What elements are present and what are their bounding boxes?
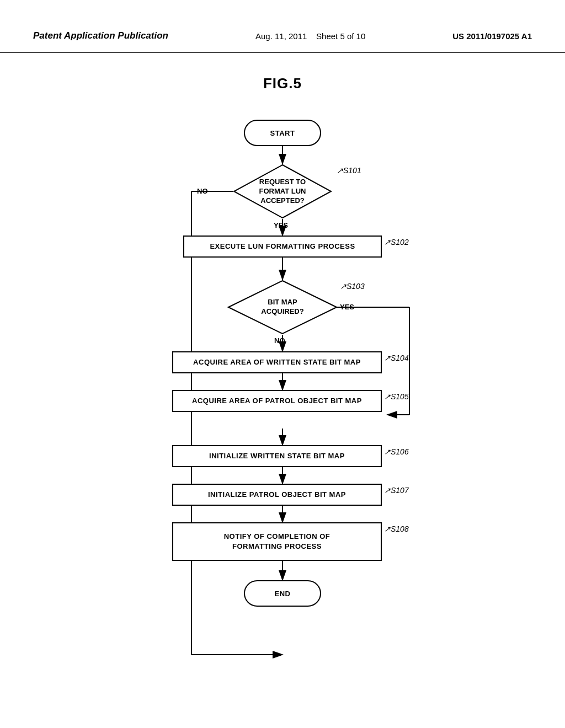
s102-node: EXECUTE LUN FORMATTING PROCESS (183, 235, 382, 258)
start-node: START (244, 120, 321, 146)
s103-step: ↗S103 (340, 282, 365, 291)
s104-step: ↗S104 (384, 354, 409, 362)
s103-diamond-shape (227, 280, 338, 335)
figure-title: FIG.5 (0, 75, 565, 92)
diagram: START REQUEST TOFORMAT LUNACCEPTED? ↗S10… (95, 109, 470, 688)
s104-node: ACQUIRE AREA OF WRITTEN STATE BIT MAP (172, 351, 382, 373)
header: Patent Application Publication Aug. 11, … (0, 0, 565, 53)
no-label-s101: NO (197, 187, 208, 195)
s108-step: ↗S108 (384, 524, 409, 533)
s106-node: INITIALIZE WRITTEN STATE BIT MAP (172, 445, 382, 467)
diagram-container: START REQUEST TOFORMAT LUNACCEPTED? ↗S10… (0, 109, 565, 688)
header-sheet: Sheet 5 of 10 (316, 31, 365, 41)
s103-diamond-wrapper: BIT MAPACQUIRED? (227, 280, 338, 335)
s101-diamond-shape (233, 164, 332, 219)
header-date-sheet: Aug. 11, 2011 Sheet 5 of 10 (255, 30, 365, 41)
s106-step: ↗S106 (384, 447, 409, 456)
header-patent-number: US 2011/0197025 A1 (452, 30, 532, 41)
header-publication-label: Patent Application Publication (33, 30, 168, 41)
svg-marker-16 (234, 165, 331, 218)
header-date: Aug. 11, 2011 (255, 31, 307, 41)
svg-marker-17 (228, 281, 337, 334)
no-label-s103: NO (274, 336, 285, 345)
s107-node: INITIALIZE PATROL OBJECT BIT MAP (172, 484, 382, 506)
yes-label-s101: YES (274, 221, 288, 229)
s101-step: ↗S101 (337, 166, 361, 175)
s101-diamond-wrapper: REQUEST TOFORMAT LUNACCEPTED? (233, 164, 332, 219)
s107-step: ↗S107 (384, 486, 409, 495)
end-node: END (244, 580, 321, 607)
s105-step: ↗S105 (384, 392, 409, 401)
s105-node: ACQUIRE AREA OF PATROL OBJECT BIT MAP (172, 390, 382, 412)
yes-label-s103: YES (340, 303, 354, 311)
s102-step: ↗S102 (384, 238, 409, 247)
page: Patent Application Publication Aug. 11, … (0, 0, 565, 728)
s108-node: NOTIFY OF COMPLETION OFFORMATTING PROCES… (172, 522, 382, 561)
